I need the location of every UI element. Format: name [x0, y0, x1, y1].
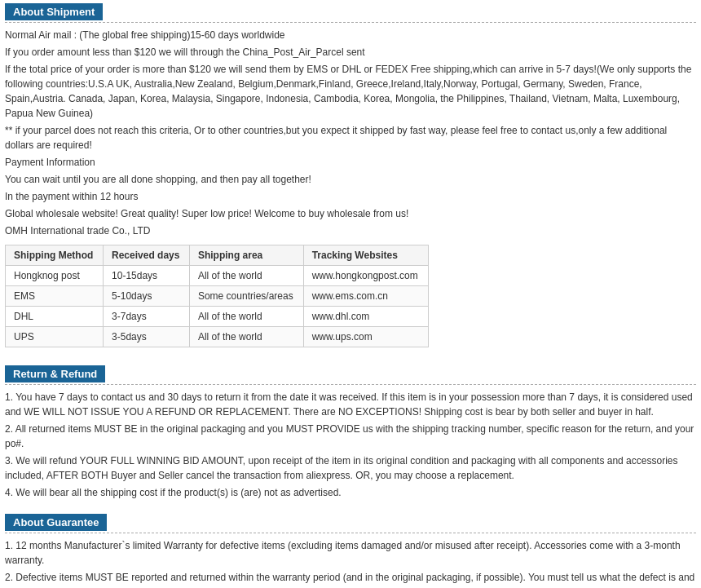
shipment-line6: You can wait until you are all done shop…	[5, 172, 696, 187]
table-cell: www.hongkongpost.com	[303, 266, 428, 286]
shipment-line4: ** if your parcel does not reach this cr…	[5, 123, 696, 153]
shipment-line9: OMH International trade Co., LTD	[5, 223, 696, 238]
refund-line3: 3. We will refund YOUR FULL WINNING BID …	[5, 453, 696, 483]
table-row: UPS3-5daysAll of the worldwww.ups.com	[6, 327, 429, 347]
refund-line4: 4. We will bear all the shipping cost if…	[5, 485, 696, 500]
table-cell: EMS	[6, 286, 104, 307]
guarantee-line2: 2. Defective items MUST BE reported and …	[5, 570, 696, 588]
col-header-area: Shipping area	[189, 245, 303, 266]
refund-header: Return & Refund	[5, 365, 105, 382]
table-cell: 3-5days	[104, 327, 190, 347]
guarantee-line1: 1. 12 months Manufacturer`s limited Warr…	[5, 538, 696, 568]
table-cell: www.dhl.com	[303, 307, 428, 327]
table-cell: 10-15days	[104, 266, 190, 286]
table-cell: Hongknog post	[6, 266, 104, 286]
refund-line2: 2. All returned items MUST BE in the ori…	[5, 422, 696, 451]
shipment-line5: Payment Information	[5, 155, 696, 170]
col-header-days: Received days	[104, 245, 190, 266]
shipment-header: About Shipment	[5, 3, 103, 20]
refund-line1: 1. You have 7 days to contact us and 30 …	[5, 390, 696, 419]
table-cell: Some countries/areas	[189, 286, 303, 307]
table-row: EMS5-10daysSome countries/areaswww.ems.c…	[6, 286, 429, 307]
shipment-divider	[5, 22, 696, 23]
refund-section: Return & Refund 1. You have 7 days to co…	[0, 362, 701, 511]
shipment-line2: If you order amount less than $120 we wi…	[5, 45, 696, 60]
table-cell: www.ems.com.cn	[303, 286, 428, 307]
shipment-section: About Shipment Normal Air mail : (The gl…	[0, 0, 701, 362]
shipment-line8: Global wholesale website! Great quality!…	[5, 206, 696, 221]
table-cell: www.ups.com	[303, 327, 428, 347]
guarantee-header: About Guarantee	[5, 514, 107, 531]
table-cell: 3-7days	[104, 307, 190, 327]
table-row: DHL3-7daysAll of the worldwww.dhl.com	[6, 307, 429, 327]
guarantee-section: About Guarantee 1. 12 months Manufacture…	[0, 511, 701, 588]
table-cell: All of the world	[189, 327, 303, 347]
shipping-table: Shipping Method Received days Shipping a…	[5, 245, 429, 347]
table-cell: All of the world	[189, 266, 303, 286]
col-header-method: Shipping Method	[6, 245, 104, 266]
shipment-line1: Normal Air mail : (The global free shipp…	[5, 28, 696, 42]
refund-divider	[5, 384, 696, 385]
shipment-line7: In the payment within 12 hours	[5, 189, 696, 204]
table-cell: DHL	[6, 307, 104, 327]
guarantee-divider	[5, 533, 696, 533]
table-row: Hongknog post10-15daysAll of the worldww…	[6, 266, 429, 286]
shipment-line3: If the total price of your order is more…	[5, 62, 696, 121]
col-header-tracking: Tracking Websites	[303, 245, 428, 266]
table-cell: 5-10days	[104, 286, 190, 307]
table-cell: All of the world	[189, 307, 303, 327]
table-cell: UPS	[6, 327, 104, 347]
